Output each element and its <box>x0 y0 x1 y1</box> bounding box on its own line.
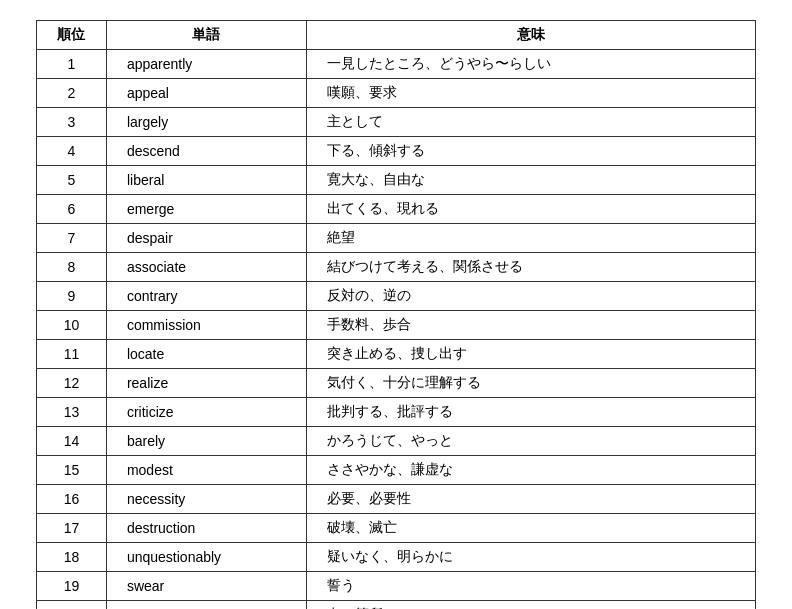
cell-meaning: かろうじて、やっと <box>306 427 755 456</box>
cell-word: criticize <box>106 398 306 427</box>
cell-rank: 12 <box>37 369 107 398</box>
header-word: 単語 <box>106 21 306 50</box>
cell-word: commission <box>106 311 306 340</box>
cell-word: contrary <box>106 282 306 311</box>
cell-word: descend <box>106 137 306 166</box>
cell-meaning: 結びつけて考える、関係させる <box>306 253 755 282</box>
cell-word: despair <box>106 224 306 253</box>
cell-meaning: 下る、傾斜する <box>306 137 755 166</box>
cell-meaning: 出てくる、現れる <box>306 195 755 224</box>
cell-meaning: 批判する、批評する <box>306 398 755 427</box>
cell-word: necessity <box>106 485 306 514</box>
cell-rank: 10 <box>37 311 107 340</box>
cell-rank: 3 <box>37 108 107 137</box>
cell-rank: 2 <box>37 79 107 108</box>
cell-meaning: 必要、必要性 <box>306 485 755 514</box>
cell-rank: 14 <box>37 427 107 456</box>
cell-meaning: 気付く、十分に理解する <box>306 369 755 398</box>
cell-rank: 16 <box>37 485 107 514</box>
cell-rank: 17 <box>37 514 107 543</box>
cell-rank: 7 <box>37 224 107 253</box>
cell-word: unquestionably <box>106 543 306 572</box>
cell-rank: 1 <box>37 50 107 79</box>
cell-word: apparently <box>106 50 306 79</box>
cell-rank: 19 <box>37 572 107 601</box>
cell-word: locate <box>106 340 306 369</box>
header-rank: 順位 <box>37 21 107 50</box>
cell-word: swear <box>106 572 306 601</box>
cell-meaning: 寛大な、自由な <box>306 166 755 195</box>
table-row: 4descend下る、傾斜する <box>37 137 756 166</box>
table-row: 3largely主として <box>37 108 756 137</box>
cell-meaning: 突き止める、捜し出す <box>306 340 755 369</box>
cell-word: modest <box>106 456 306 485</box>
table-header-row: 順位 単語 意味 <box>37 21 756 50</box>
table-row: 8associate結びつけて考える、関係させる <box>37 253 756 282</box>
cell-word: largely <box>106 108 306 137</box>
cell-meaning: 点、箇所 <box>306 601 755 610</box>
cell-rank: 6 <box>37 195 107 224</box>
cell-word: barely <box>106 427 306 456</box>
cell-meaning: 嘆願、要求 <box>306 79 755 108</box>
cell-word: destruction <box>106 514 306 543</box>
vocabulary-table-container: 順位 単語 意味 1apparently一見したところ、どうやら〜らしい2app… <box>36 20 756 609</box>
cell-word: realize <box>106 369 306 398</box>
cell-meaning: ささやかな、謙虚な <box>306 456 755 485</box>
cell-rank: 15 <box>37 456 107 485</box>
table-row: 9contrary反対の、逆の <box>37 282 756 311</box>
table-row: 10commission手数料、歩合 <box>37 311 756 340</box>
cell-meaning: 絶望 <box>306 224 755 253</box>
cell-rank: 20 <box>37 601 107 610</box>
cell-rank: 18 <box>37 543 107 572</box>
table-row: 7despair絶望 <box>37 224 756 253</box>
header-meaning: 意味 <box>306 21 755 50</box>
cell-meaning: 主として <box>306 108 755 137</box>
table-row: 18unquestionably疑いなく、明らかに <box>37 543 756 572</box>
table-row: 1apparently一見したところ、どうやら〜らしい <box>37 50 756 79</box>
table-row: 16necessity必要、必要性 <box>37 485 756 514</box>
cell-rank: 8 <box>37 253 107 282</box>
cell-meaning: 一見したところ、どうやら〜らしい <box>306 50 755 79</box>
cell-meaning: 誓う <box>306 572 755 601</box>
table-row: 5liberal寛大な、自由な <box>37 166 756 195</box>
cell-meaning: 反対の、逆の <box>306 282 755 311</box>
cell-meaning: 疑いなく、明らかに <box>306 543 755 572</box>
table-row: 19swear誓う <box>37 572 756 601</box>
cell-word: liberal <box>106 166 306 195</box>
table-row: 17destruction破壊、滅亡 <box>37 514 756 543</box>
cell-word: appeal <box>106 79 306 108</box>
cell-rank: 13 <box>37 398 107 427</box>
table-row: 20respect点、箇所 <box>37 601 756 610</box>
cell-meaning: 手数料、歩合 <box>306 311 755 340</box>
cell-word: associate <box>106 253 306 282</box>
table-row: 6emerge出てくる、現れる <box>37 195 756 224</box>
table-row: 13criticize批判する、批評する <box>37 398 756 427</box>
cell-rank: 9 <box>37 282 107 311</box>
cell-rank: 11 <box>37 340 107 369</box>
cell-meaning: 破壊、滅亡 <box>306 514 755 543</box>
cell-word: emerge <box>106 195 306 224</box>
cell-word: respect <box>106 601 306 610</box>
vocabulary-table: 順位 単語 意味 1apparently一見したところ、どうやら〜らしい2app… <box>36 20 756 609</box>
table-row: 11locate突き止める、捜し出す <box>37 340 756 369</box>
cell-rank: 5 <box>37 166 107 195</box>
table-row: 15modestささやかな、謙虚な <box>37 456 756 485</box>
table-row: 12realize気付く、十分に理解する <box>37 369 756 398</box>
cell-rank: 4 <box>37 137 107 166</box>
table-row: 14barelyかろうじて、やっと <box>37 427 756 456</box>
table-row: 2appeal嘆願、要求 <box>37 79 756 108</box>
